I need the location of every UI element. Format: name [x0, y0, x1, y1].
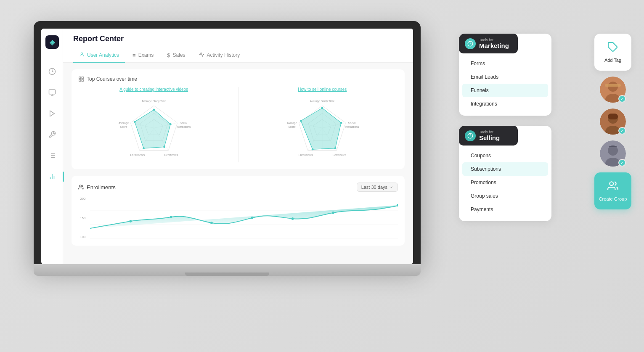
sales-icon: $	[167, 52, 170, 58]
svg-point-14	[81, 53, 82, 54]
radar-svg-2: Average Study Time Average Score Social …	[284, 95, 360, 162]
marketing-tools-header: Tools for Marketing	[459, 34, 518, 53]
page-title: Report Center	[73, 34, 403, 43]
svg-text:Social: Social	[180, 122, 187, 124]
avatar-check-1: ✓	[618, 95, 626, 103]
svg-point-36	[170, 123, 172, 125]
svg-rect-18	[82, 79, 83, 81]
create-group-button[interactable]: Create Group	[594, 172, 631, 209]
course1-title[interactable]: A guide to creating interactive videos	[119, 87, 188, 92]
svg-rect-1	[49, 90, 55, 94]
radar-svg-1: Average Study Time Average Score Social …	[116, 95, 192, 162]
selling-tools-header: Tools for Selling	[459, 126, 518, 146]
selling-menu: Coupons Subscriptions Promotions Group s…	[459, 146, 551, 216]
svg-rect-82	[605, 84, 621, 87]
svg-point-35	[153, 109, 155, 111]
marketing-forms[interactable]: Forms	[462, 57, 548, 70]
enrollments-header: Enrollments Last 30 days	[78, 183, 398, 192]
svg-rect-86	[608, 114, 618, 119]
tab-activity-history[interactable]: Activity History	[193, 48, 246, 63]
svg-text:Average: Average	[287, 122, 297, 125]
sidebar-icon-chart[interactable]	[46, 171, 58, 183]
selling-payments[interactable]: Payments	[462, 203, 548, 216]
avatar-check-2: ✓	[618, 127, 626, 135]
top-courses-title: Top Courses over time	[78, 76, 398, 82]
svg-point-58	[334, 147, 337, 149]
svg-marker-55	[301, 108, 342, 149]
selling-header-text: Tools for Selling	[479, 130, 500, 141]
svg-rect-16	[82, 77, 83, 79]
svg-point-66	[129, 220, 132, 222]
selling-promotions[interactable]: Promotions	[462, 176, 548, 189]
create-group-label: Create Group	[599, 196, 627, 201]
laptop: ◈	[34, 21, 421, 276]
sidebar-nav	[46, 66, 58, 183]
activity-icon	[199, 52, 204, 58]
selling-icon	[465, 130, 476, 141]
svg-marker-4	[50, 111, 54, 116]
sidebar-icon-play[interactable]	[46, 108, 58, 119]
tab-user-analytics[interactable]: User Analytics	[73, 48, 125, 63]
marketing-icon	[465, 38, 476, 49]
selling-coupons[interactable]: Coupons	[462, 149, 548, 162]
marketing-tools-card: Tools for Marketing Forms Email Leads Fu…	[459, 34, 551, 116]
svg-point-38	[143, 147, 145, 149]
top-courses-section: Top Courses over time A guide to creatin…	[72, 69, 405, 169]
svg-point-90	[610, 182, 613, 185]
right-panels: Tools for Marketing Forms Email Leads Fu…	[459, 34, 551, 221]
radar-chart-2: How to sell online courses Average Study…	[247, 87, 398, 162]
header: Report Center User Analytics ≡ Exams	[63, 29, 413, 63]
svg-point-61	[80, 185, 82, 187]
add-tag-button[interactable]: Add Tag	[594, 34, 631, 71]
sidebar-icon-tools[interactable]	[46, 129, 58, 140]
laptop-bezel: ◈	[34, 21, 421, 264]
svg-rect-15	[79, 77, 81, 79]
tag-icon	[607, 42, 618, 55]
svg-point-57	[340, 122, 342, 124]
enrollments-section: Enrollments Last 30 days 200	[72, 176, 405, 246]
radar-divider	[238, 87, 239, 162]
action-buttons: Add Tag ✓	[594, 34, 631, 209]
svg-marker-34	[135, 110, 170, 148]
svg-text:Interactions: Interactions	[176, 125, 191, 128]
svg-point-39	[133, 121, 135, 123]
avatar-3[interactable]: ✓	[600, 140, 626, 167]
svg-point-69	[251, 217, 253, 219]
svg-text:Certificates: Certificates	[164, 154, 178, 156]
tabs-bar: User Analytics ≡ Exams $ Sales	[73, 48, 403, 62]
avatar-check-3: ✓	[618, 159, 626, 167]
marketing-integrations[interactable]: Integrations	[462, 97, 548, 111]
selling-group-sales[interactable]: Group sales	[462, 189, 548, 203]
selling-subscriptions[interactable]: Subscriptions	[462, 162, 548, 176]
tab-exams[interactable]: ≡ Exams	[127, 48, 159, 63]
svg-point-68	[210, 222, 213, 224]
course2-title[interactable]: How to sell online courses	[298, 87, 347, 92]
marketing-email-leads[interactable]: Email Leads	[462, 70, 548, 84]
svg-text:Average Study Time: Average Study Time	[310, 100, 335, 103]
svg-text:Average: Average	[119, 122, 129, 125]
svg-point-37	[163, 146, 165, 148]
svg-text:Certificates: Certificates	[333, 154, 347, 156]
sidebar: ◈	[41, 29, 63, 264]
sidebar-icon-monitor[interactable]	[46, 87, 58, 98]
main-content: Report Center User Analytics ≡ Exams	[63, 29, 413, 264]
sidebar-icon-clock[interactable]	[46, 66, 58, 77]
svg-rect-17	[79, 79, 81, 81]
avatar-1[interactable]: ✓	[600, 77, 626, 103]
marketing-funnels[interactable]: Funnels	[462, 84, 548, 97]
content-area: Top Courses over time A guide to creatin…	[63, 63, 413, 264]
svg-point-56	[321, 107, 323, 109]
line-chart-svg	[90, 197, 398, 239]
group-icon	[607, 180, 618, 194]
svg-text:Enrollments: Enrollments	[130, 154, 145, 156]
period-selector[interactable]: Last 30 days	[357, 183, 398, 192]
enrollments-title: Enrollments	[78, 184, 116, 191]
tab-sales[interactable]: $ Sales	[161, 48, 191, 63]
svg-text:Social: Social	[348, 122, 356, 124]
sidebar-icon-checklist[interactable]	[46, 150, 58, 161]
marketing-header-text: Tools for Marketing	[479, 38, 509, 49]
svg-text:Enrollments: Enrollments	[299, 154, 313, 156]
laptop-screen: ◈	[41, 29, 413, 264]
avatar-2[interactable]: ✓	[600, 109, 626, 135]
selling-tools-card: Tools for Selling Coupons Subscriptions …	[459, 126, 551, 221]
